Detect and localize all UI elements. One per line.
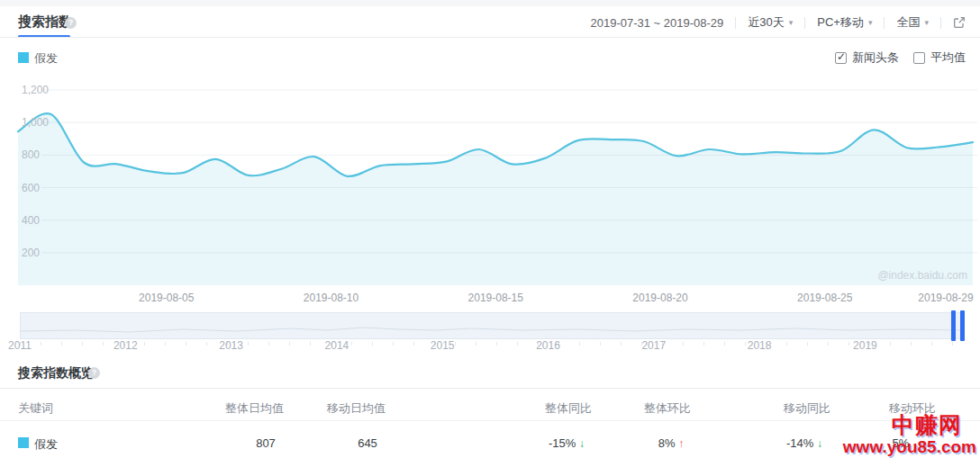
help-icon[interactable]: ?: [65, 17, 77, 29]
y-tick-label: 600: [22, 182, 40, 194]
region-label: 全国: [896, 14, 920, 31]
average-toggle[interactable]: 平均值: [913, 49, 966, 66]
timeline-year-label: 2011: [8, 339, 32, 352]
cell-overall-yoy: -15% ↓: [549, 436, 585, 450]
trend-chart[interactable]: [0, 81, 980, 285]
cell-overall-daily: 807: [256, 436, 276, 450]
separator: [940, 17, 941, 29]
col-header-keyword: 关键词: [18, 400, 53, 417]
y-tick-label: 800: [22, 148, 40, 161]
chart-watermark: @index.baidu.com: [877, 269, 967, 282]
separator: [804, 17, 805, 29]
x-tick-label: 2019-08-20: [632, 292, 687, 304]
table-header-divider: [0, 420, 980, 421]
chart-options: 新闻头条 平均值: [835, 49, 966, 66]
chevron-down-icon: ▾: [924, 18, 929, 27]
col-header-overall-daily: 整体日均值: [225, 400, 284, 417]
trend-down-icon: ↓: [579, 437, 585, 450]
col-header-overall-qoq: 整体环比: [644, 400, 691, 417]
keyword-color-swatch: [18, 52, 29, 63]
site-watermark-name: 中赚网: [843, 414, 962, 436]
site-watermark-url: www.you85.com: [843, 438, 976, 455]
x-tick-label: 2019-08-29: [918, 292, 973, 304]
date-range: 2019-07-31 ~ 2019-08-29: [590, 16, 723, 30]
timeline-year-label: 2016: [536, 339, 560, 352]
timeline-year-label: 2017: [641, 339, 666, 352]
col-header-mobile-yoy: 移动同比: [784, 400, 830, 417]
cell-mobile-yoy: -14% ↓: [786, 436, 822, 450]
row-keyword[interactable]: 假发: [34, 436, 58, 453]
separator: [884, 17, 885, 29]
chevron-down-icon: ▾: [789, 18, 794, 27]
platform-dropdown[interactable]: PC+移动 ▾: [817, 14, 872, 31]
timeline-sparkline: [21, 313, 963, 338]
overview-divider: [0, 388, 980, 389]
x-tick-label: 2019-08-10: [304, 292, 358, 304]
x-tick-label: 2019-08-25: [797, 292, 852, 304]
header-controls: 2019-07-31 ~ 2019-08-29 近30天 ▾ PC+移动 ▾ 全…: [590, 14, 966, 31]
time-range-label: 近30天: [748, 14, 784, 31]
time-range-dropdown[interactable]: 近30天 ▾: [748, 14, 793, 31]
news-headline-checkbox[interactable]: [835, 52, 847, 64]
timeline-year-label: 2018: [748, 339, 772, 352]
x-tick-label: 2019-08-15: [468, 292, 523, 304]
overview-help-icon[interactable]: ?: [88, 367, 100, 379]
external-link-icon[interactable]: [953, 16, 966, 29]
header-divider: [0, 37, 980, 38]
news-headline-toggle[interactable]: 新闻头条: [835, 49, 899, 66]
top-strip: [0, 0, 980, 6]
y-tick-label: 1,200: [22, 84, 49, 96]
overall-yoy-value: -15%: [549, 436, 576, 450]
col-header-mobile-daily: 移动日均值: [327, 400, 386, 417]
separator: [735, 17, 736, 29]
region-dropdown[interactable]: 全国 ▾: [896, 14, 929, 31]
slider-handle-right[interactable]: [960, 310, 965, 341]
timeline-year-label: 2019: [853, 339, 877, 352]
col-header-overall-yoy: 整体同比: [545, 400, 592, 417]
trend-line-chart-svg: [0, 81, 980, 285]
chevron-down-icon: ▾: [868, 18, 873, 27]
cell-overall-qoq: 8% ↑: [658, 436, 684, 450]
row-keyword-swatch: [18, 437, 29, 448]
y-tick-label: 1,000: [22, 116, 49, 129]
col-header-mobile-qoq: 移动环比: [889, 400, 936, 417]
news-headline-label: 新闻头条: [852, 49, 899, 66]
mobile-qoq-value: 5%: [893, 436, 910, 450]
timeline-minor-ticks: [20, 342, 964, 346]
average-label: 平均值: [930, 49, 966, 66]
keyword-legend-label[interactable]: 假发: [34, 50, 58, 67]
y-tick-label: 400: [22, 214, 40, 227]
timeline-year-label: 2014: [325, 339, 349, 352]
overall-qoq-value: 8%: [658, 436, 676, 450]
mobile-yoy-value: -14%: [786, 436, 813, 450]
y-tick-label: 200: [22, 247, 40, 259]
cell-mobile-daily: 645: [358, 436, 377, 450]
platform-label: PC+移动: [817, 14, 864, 31]
timeline-year-label: 2013: [219, 339, 243, 352]
timeline-year-label: 2012: [113, 339, 138, 352]
trend-up-icon: ↑: [678, 437, 684, 450]
trend-down-icon: ↓: [817, 437, 822, 450]
x-tick-label: 2019-08-05: [139, 292, 194, 304]
timeline-year-label: 2015: [431, 339, 455, 352]
timeline-slider-track[interactable]: [20, 312, 964, 339]
baidu-index-page: 搜索指数 ? 2019-07-31 ~ 2019-08-29 近30天 ▾ PC…: [0, 0, 980, 458]
overview-title: 搜索指数概览: [18, 365, 94, 382]
cell-mobile-qoq: 5%: [893, 436, 910, 450]
average-checkbox[interactable]: [913, 52, 925, 64]
slider-handle-left[interactable]: [951, 310, 956, 341]
page-title: 搜索指数: [18, 13, 72, 31]
